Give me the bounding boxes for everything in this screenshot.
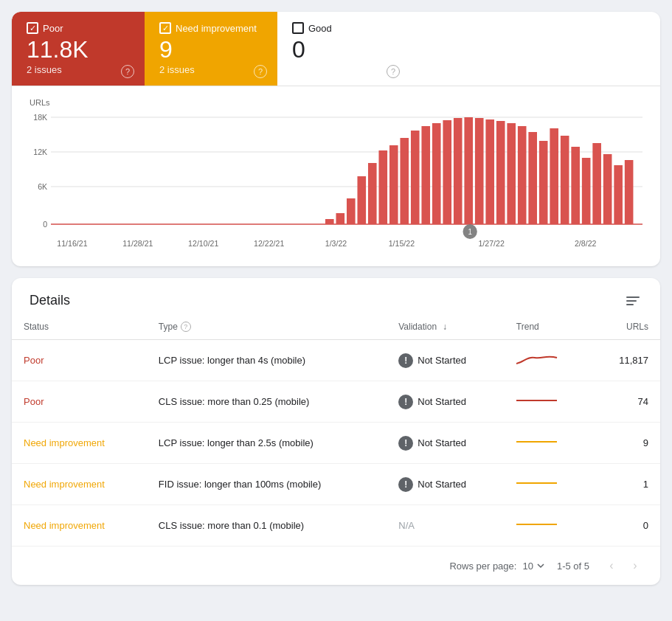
good-header: Good xyxy=(292,22,395,34)
validation-label: Not Started xyxy=(418,479,466,490)
th-urls: URLs xyxy=(592,314,660,340)
type-help-icon[interactable]: ? xyxy=(181,322,191,332)
status-label: Poor xyxy=(24,396,44,407)
svg-text:0: 0 xyxy=(43,220,47,229)
rows-per-page: Rows per page: 10 xyxy=(449,561,545,572)
cell-status: Need improvement xyxy=(12,423,147,464)
th-trend: Trend xyxy=(505,314,592,340)
next-page-button[interactable]: › xyxy=(625,555,645,576)
svg-text:12/22/21: 12/22/21 xyxy=(254,239,284,248)
poor-issues: 2 issues xyxy=(27,64,130,75)
rows-dropdown-icon xyxy=(536,561,545,570)
svg-rect-23 xyxy=(485,119,494,224)
svg-rect-35 xyxy=(614,165,623,224)
svg-rect-28 xyxy=(539,141,548,224)
status-poor[interactable]: Poor 11.8K 2 issues ? xyxy=(12,12,145,86)
table-row[interactable]: Need improvementCLS issue: more than 0.1… xyxy=(12,505,660,547)
main-card: Poor 11.8K 2 issues ? Need improvement 9… xyxy=(12,12,660,266)
chart-svg: 18K 12K 6K 0 xyxy=(30,110,642,257)
filter-icon[interactable] xyxy=(623,294,642,308)
th-status: Status xyxy=(12,314,147,340)
trend-line-svg xyxy=(516,474,561,492)
good-count: 0 xyxy=(292,37,395,63)
need-issues: 2 issues xyxy=(159,64,263,75)
pagination: Rows per page: 10 1-5 of 5 ‹ › xyxy=(12,546,660,585)
poor-help-icon[interactable]: ? xyxy=(121,65,134,78)
svg-rect-26 xyxy=(518,126,527,224)
good-checkbox-icon xyxy=(292,22,304,34)
need-label: Need improvement xyxy=(176,23,257,34)
exclaim-icon: ! xyxy=(398,436,413,451)
details-header: Details xyxy=(12,278,660,314)
cell-trend xyxy=(505,340,592,381)
validation-label: Not Started xyxy=(418,396,466,407)
svg-text:1/15/22: 1/15/22 xyxy=(389,239,415,248)
svg-rect-20 xyxy=(454,118,463,224)
svg-text:12K: 12K xyxy=(33,148,48,156)
status-good[interactable]: Good 0 ? xyxy=(277,12,410,86)
cell-trend xyxy=(505,464,592,505)
svg-rect-25 xyxy=(507,123,516,224)
chart-container: 18K 12K 6K 0 xyxy=(30,110,642,257)
status-label: Need improvement xyxy=(24,520,105,531)
svg-rect-33 xyxy=(592,143,601,224)
svg-text:1: 1 xyxy=(468,228,471,236)
svg-rect-13 xyxy=(378,150,387,224)
th-type: Type ? xyxy=(147,314,387,340)
cell-validation: !Not Started xyxy=(387,464,505,505)
rows-per-page-select[interactable]: 10 xyxy=(522,561,544,572)
table-row[interactable]: PoorCLS issue: more than 0.25 (mobile)!N… xyxy=(12,381,660,423)
validation-label: Not Started xyxy=(418,437,466,448)
filter-line-2 xyxy=(626,300,637,302)
cell-validation: !Not Started xyxy=(387,340,505,381)
status-label: Poor xyxy=(24,355,44,366)
filter-line-1 xyxy=(626,296,640,298)
cell-type: FID issue: longer than 100ms (mobile) xyxy=(147,464,387,505)
chart-area: URLs 18K 12K 6K 0 xyxy=(12,86,660,266)
trend-line-svg xyxy=(516,433,561,451)
prev-page-button[interactable]: ‹ xyxy=(601,555,622,576)
poor-header: Poor xyxy=(27,22,130,34)
svg-rect-8 xyxy=(325,219,334,224)
cell-urls: 11,817 xyxy=(592,340,660,381)
validation-label: Not Started xyxy=(418,355,466,366)
need-checkbox-icon xyxy=(159,22,171,34)
validation-badge: !Not Started xyxy=(398,353,466,368)
poor-checkbox-icon xyxy=(27,22,38,34)
svg-rect-31 xyxy=(571,147,580,224)
svg-rect-18 xyxy=(432,123,441,224)
svg-text:11/16/21: 11/16/21 xyxy=(57,239,87,248)
th-type-label: Type xyxy=(159,322,178,332)
table-body: PoorLCP issue: longer than 4s (mobile)!N… xyxy=(12,340,660,547)
svg-rect-14 xyxy=(389,145,398,224)
status-need-improvement[interactable]: Need improvement 9 2 issues ? xyxy=(145,12,277,86)
validation-badge: !Not Started xyxy=(398,477,466,492)
cell-status: Need improvement xyxy=(12,464,147,505)
svg-rect-22 xyxy=(475,118,484,224)
cell-validation: !Not Started xyxy=(387,381,505,423)
cell-type: LCP issue: longer than 4s (mobile) xyxy=(147,340,387,381)
status-label: Need improvement xyxy=(24,437,105,448)
validation-badge: !Not Started xyxy=(398,395,466,409)
table-header: Status Type ? Validation ↓ Trend URLs xyxy=(12,314,660,340)
table-row[interactable]: Need improvementFID issue: longer than 1… xyxy=(12,464,660,505)
page-nav: ‹ › xyxy=(601,555,645,576)
svg-text:1/3/22: 1/3/22 xyxy=(325,239,347,248)
svg-rect-32 xyxy=(582,158,591,224)
table-row[interactable]: PoorLCP issue: longer than 4s (mobile)!N… xyxy=(12,340,660,381)
poor-count: 11.8K xyxy=(27,37,130,63)
table-row[interactable]: Need improvementLCP issue: longer than 2… xyxy=(12,423,660,464)
svg-rect-9 xyxy=(336,213,345,224)
cell-type: CLS issue: more than 0.25 (mobile) xyxy=(147,381,387,423)
exclaim-icon: ! xyxy=(398,353,413,368)
svg-text:18K: 18K xyxy=(33,113,48,122)
svg-rect-36 xyxy=(625,160,634,224)
need-help-icon[interactable]: ? xyxy=(254,65,267,78)
cell-trend xyxy=(505,423,592,464)
good-help-icon[interactable]: ? xyxy=(387,65,400,78)
cell-validation: !Not Started xyxy=(387,423,505,464)
svg-rect-16 xyxy=(411,131,420,224)
cell-urls: 9 xyxy=(592,423,660,464)
th-validation[interactable]: Validation ↓ xyxy=(387,314,505,340)
poor-label: Poor xyxy=(43,23,63,34)
